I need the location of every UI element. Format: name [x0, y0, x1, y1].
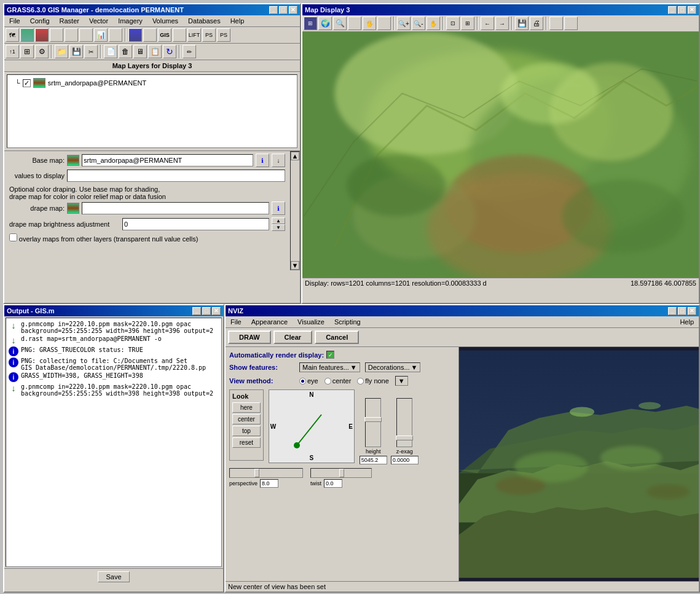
map-zoom-all-btn[interactable]: 🔍	[333, 17, 347, 30]
scatter-btn[interactable]	[109, 28, 122, 42]
drape-map-info-btn[interactable]: ℹ	[272, 201, 285, 215]
decorations-dropdown[interactable]: Decorations...▼	[365, 362, 421, 372]
settings-btn[interactable]: ⚙	[35, 45, 49, 58]
zexag-slider-track[interactable]	[396, 398, 412, 447]
grass-btn[interactable]: GIS	[158, 28, 171, 42]
menu-vector[interactable]: Vector	[87, 17, 111, 25]
layer-up-btn[interactable]: ↑1	[6, 45, 19, 58]
radio-eye[interactable]: eye	[299, 377, 318, 385]
scrollbar-vertical[interactable]: ▲ ▼	[290, 151, 300, 270]
menu-raster[interactable]: Raster	[57, 17, 82, 25]
perspective-slider-track[interactable]	[229, 468, 303, 478]
look-top-btn[interactable]: top	[232, 426, 261, 436]
output-close-btn[interactable]: ✕	[212, 307, 221, 315]
look-center-btn[interactable]: center	[232, 414, 261, 424]
minimize-button[interactable]: _	[269, 6, 278, 14]
show-features-dropdown[interactable]: Main features...▼	[299, 362, 360, 372]
perspective-slider-handle[interactable]	[254, 469, 259, 477]
grid-btn[interactable]: ⊞	[20, 45, 34, 58]
menu-volumes[interactable]: Volumes	[150, 17, 181, 25]
map-layers-btn[interactable]: ⊞	[304, 17, 317, 30]
zexag-slider-handle[interactable]	[396, 436, 413, 440]
raster-btn[interactable]	[35, 28, 49, 42]
map-option1-btn[interactable]	[549, 17, 563, 30]
output-maximize-btn[interactable]: □	[202, 307, 211, 315]
new-mapset-btn[interactable]: 🗺	[6, 28, 19, 42]
twist-slider-track[interactable]	[310, 468, 372, 478]
remove-btn[interactable]: 🗑	[119, 45, 132, 58]
brightness-up-btn[interactable]: ▲	[272, 217, 285, 224]
cut-btn[interactable]: ✂	[84, 45, 98, 58]
values-display-input[interactable]	[67, 170, 285, 182]
map-pan-btn[interactable]: 🖐	[363, 17, 376, 30]
menu-databases[interactable]: Databases	[186, 17, 223, 25]
output-minimize-btn[interactable]: _	[192, 307, 201, 315]
overlay-checkbox[interactable]	[9, 233, 17, 241]
zexag-input[interactable]	[391, 456, 419, 464]
cancel-button[interactable]: Cancel	[315, 330, 359, 344]
view-compass[interactable]: N S E W	[269, 389, 355, 463]
look-reset-btn[interactable]: reset	[232, 437, 261, 448]
scroll-down-btn[interactable]: ▼	[291, 261, 299, 270]
twist-slider-handle[interactable]	[339, 469, 344, 477]
map-zoom-extent-btn[interactable]	[348, 17, 361, 30]
print-map-btn[interactable]: 🖨	[530, 17, 543, 30]
menu-help[interactable]: Help	[228, 17, 247, 25]
clear-button[interactable]: Clear	[273, 330, 313, 344]
nviz-menu-scripting[interactable]: Scripting	[332, 318, 363, 326]
ps-btn[interactable]: PS	[202, 28, 216, 42]
map-minimize-btn[interactable]: _	[668, 6, 677, 14]
lift-btn[interactable]: LIFT	[187, 28, 201, 42]
pan-btn[interactable]: ✋	[427, 17, 440, 30]
radio-center[interactable]: center	[324, 377, 352, 385]
menu-config[interactable]: Config	[28, 17, 52, 25]
height-input[interactable]	[360, 456, 387, 464]
map-maximize-btn[interactable]: □	[678, 6, 686, 14]
perspective-input[interactable]	[260, 479, 278, 488]
map-render-btn[interactable]: 🌍	[318, 17, 332, 30]
open-btn[interactable]	[20, 28, 34, 42]
nviz-menu-help[interactable]: Help	[677, 318, 696, 326]
twist-input[interactable]	[324, 479, 342, 488]
view-method-extra-dropdown[interactable]: ▼	[395, 376, 408, 386]
zoom-in-btn[interactable]: 🔍+	[397, 17, 411, 30]
map-option2-btn[interactable]	[564, 17, 578, 30]
menu-file[interactable]: File	[7, 17, 23, 25]
nviz-menu-file[interactable]: File	[228, 318, 244, 326]
layer-checkbox[interactable]: ✓	[23, 79, 31, 87]
base-map-info-btn[interactable]: ℹ	[256, 154, 269, 167]
move-left-btn[interactable]: ←	[481, 17, 494, 30]
height-slider-track[interactable]	[365, 398, 381, 447]
layer-name[interactable]: srtm_andorpapa@PERMANENT	[48, 79, 146, 87]
radio-flynone[interactable]: fly none	[357, 377, 389, 385]
nviz-menu-visualize[interactable]: Visualize	[295, 318, 327, 326]
chart-btn[interactable]: 📊	[94, 28, 108, 42]
look-here-btn[interactable]: here	[232, 402, 261, 413]
vector-btn[interactable]	[128, 28, 142, 42]
auto-render-checkbox[interactable]: ✓	[326, 351, 334, 359]
digitize-btn[interactable]	[143, 28, 157, 42]
profile-btn[interactable]	[65, 28, 78, 42]
script-btn[interactable]	[173, 28, 186, 42]
refresh-btn[interactable]: ↻	[163, 45, 176, 58]
brightness-down-btn[interactable]: ▼	[272, 224, 285, 231]
nviz-close-btn[interactable]: ✕	[688, 307, 696, 315]
map-canvas[interactable]	[302, 32, 699, 278]
new-btn[interactable]: 📄	[104, 45, 117, 58]
save-file-btn[interactable]: 💾	[69, 45, 83, 58]
menu-imagery[interactable]: Imagery	[116, 17, 145, 25]
close-button[interactable]: ✕	[289, 6, 297, 14]
zoom-out-btn[interactable]: 🔍-	[412, 17, 425, 30]
nviz-menu-appearance[interactable]: Appearance	[249, 318, 290, 326]
map-close-btn[interactable]: ✕	[688, 6, 696, 14]
pencil-btn[interactable]: ✏	[183, 45, 196, 58]
save-map-btn[interactable]: 💾	[515, 17, 529, 30]
height-slider-handle[interactable]	[364, 417, 382, 422]
drape-map-input[interactable]	[82, 202, 269, 214]
copy-btn[interactable]: 📋	[148, 45, 162, 58]
nviz-maximize-btn[interactable]: □	[678, 307, 686, 315]
map3d-btn[interactable]	[79, 28, 93, 42]
base-map-input[interactable]	[82, 154, 253, 166]
psscript-btn[interactable]: PS	[217, 28, 230, 42]
save-button[interactable]: Save	[98, 571, 129, 582]
